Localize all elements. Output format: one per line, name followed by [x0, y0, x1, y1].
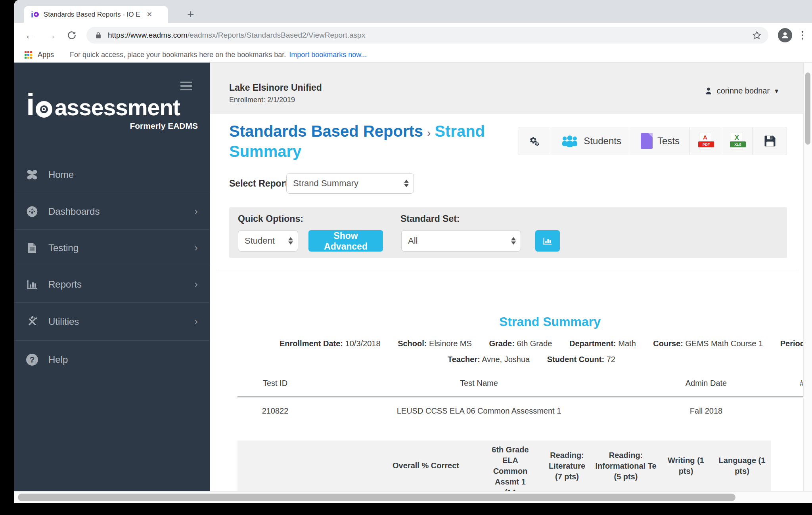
tab-close-icon[interactable]: ✕ [147, 10, 152, 19]
chevron-right-icon [194, 315, 198, 328]
sidebar-item-label: Home [48, 169, 74, 180]
column-header-test-id: Test ID [249, 379, 301, 388]
tab-strip: i Standards Based Reports - IO E ✕ + [14, 0, 812, 23]
browser-window: i Standards Based Reports - IO E ✕ + ← →… [14, 0, 812, 503]
app-area: i assessment Formerly EADMS Home [14, 63, 812, 491]
new-tab-button[interactable]: + [187, 7, 194, 21]
cell-test-name: LEUSD CCSS ELA 06 Common Assessment 1 [390, 406, 568, 416]
sidebar: i assessment Formerly EADMS Home [14, 63, 210, 491]
browser-tab[interactable]: i Standards Based Reports - IO E ✕ [24, 6, 168, 23]
butterfly-icon [25, 168, 39, 181]
brand-tagline: Formerly EADMS [26, 121, 198, 131]
lock-icon [94, 31, 102, 40]
sidebar-item-label: Help [48, 354, 68, 365]
chevron-right-icon [194, 278, 198, 290]
strand-column-writing: Writing (1 pts) [665, 455, 707, 477]
cell-admin-date: Fall 2018 [666, 406, 746, 416]
browser-toolbar: ← → https://www.eadms.com/eadmsx/Reports… [14, 23, 812, 48]
bar-chart-icon [25, 278, 39, 291]
tab-title: Standards Based Reports - IO E [44, 11, 144, 19]
profile-avatar[interactable] [778, 28, 792, 42]
cell-test-id: 210822 [249, 406, 301, 416]
bookmarks-hint: For quick access, place your bookmarks h… [70, 51, 286, 59]
apps-grid-icon[interactable] [25, 51, 32, 59]
horizontal-scrollbar-thumb[interactable] [18, 494, 735, 501]
vertical-scrollbar-thumb[interactable] [805, 72, 810, 145]
logo-i: i [26, 89, 35, 120]
logo-o-icon [36, 101, 52, 118]
apps-label[interactable]: Apps [38, 51, 54, 59]
url-domain: https://www.eadms.com [108, 31, 188, 39]
column-header-admin-date: Admin Date [666, 379, 746, 388]
back-icon[interactable]: ← [25, 30, 35, 41]
sidebar-item-label: Reports [48, 279, 82, 290]
url-path: /eadmsx/Reports/StandardsBased2/ViewRepo… [188, 31, 366, 39]
sidebar-item-reports[interactable]: Reports [14, 266, 210, 302]
sidebar-item-home[interactable]: Home [14, 156, 210, 193]
address-bar[interactable]: https://www.eadms.com/eadmsx/Reports/Sta… [86, 27, 768, 44]
bookmark-star-icon[interactable] [752, 30, 762, 40]
reload-icon[interactable] [67, 30, 77, 40]
tools-icon [25, 315, 39, 328]
strand-column-reading-literature: Reading: Literature (7 pts) [545, 450, 589, 482]
main-content: Lake Elsinore Unified Enrollment: 2/1/20… [210, 63, 803, 491]
brand-logo: i assessment Formerly EADMS [26, 89, 198, 131]
strand-column-overall: Overall % Correct [382, 460, 469, 471]
column-header-num: # T [800, 379, 803, 388]
chevron-right-icon [194, 205, 198, 217]
dashboard-gauge-icon [25, 205, 39, 218]
strand-column-reading-informational: Reading: Informational Te (5 pts) [595, 450, 657, 482]
sidebar-item-label: Utilities [48, 316, 79, 327]
browser-menu-icon[interactable] [802, 31, 804, 40]
strand-column-assessment: 6th Grade ELA Common Assmt 1 (14 [488, 444, 532, 491]
io-favicon-icon: i [31, 10, 39, 19]
horizontal-scrollbar[interactable] [14, 491, 812, 503]
table-header-rule [237, 397, 803, 397]
tests-table: Test ID Test Name Admin Date # T 210822 … [237, 63, 803, 491]
screenshot-stage: i Standards Based Reports - IO E ✕ + ← →… [0, 0, 812, 515]
sidebar-item-utilities[interactable]: Utilities [14, 302, 210, 340]
logo-text: assessment [55, 94, 180, 120]
document-icon [25, 241, 39, 255]
column-header-test-name: Test Name [419, 379, 538, 388]
sidebar-item-help[interactable]: ? Help [14, 340, 210, 378]
bookmarks-bar: Apps For quick access, place your bookma… [14, 48, 812, 63]
forward-icon[interactable]: → [46, 30, 56, 41]
strand-table-header: Overall % Correct 6th Grade ELA Common A… [237, 441, 771, 491]
sidebar-item-label: Dashboards [48, 206, 100, 217]
chevron-right-icon [194, 242, 198, 254]
sidebar-item-label: Testing [48, 242, 79, 254]
sidebar-item-testing[interactable]: Testing [14, 229, 210, 266]
strand-column-language: Language (1 pts) [717, 455, 767, 477]
sidebar-nav: Home Dashboards Testing [14, 156, 210, 378]
help-circle-icon: ? [25, 353, 39, 366]
import-bookmarks-link[interactable]: Import bookmarks now... [289, 51, 367, 59]
url-text: https://www.eadms.com/eadmsx/Reports/Sta… [108, 31, 752, 40]
vertical-scrollbar[interactable] [803, 63, 812, 491]
sidebar-item-dashboards[interactable]: Dashboards [14, 193, 210, 229]
